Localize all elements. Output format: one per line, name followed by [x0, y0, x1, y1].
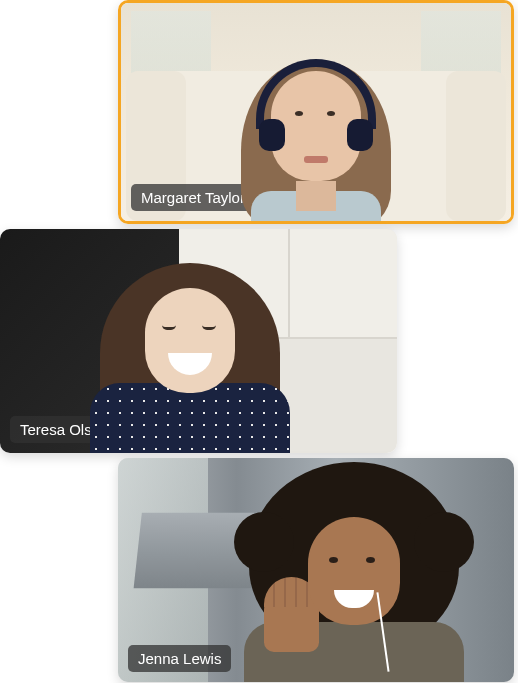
video-feed: Jenna Lewis [118, 458, 514, 682]
video-tile-margaret[interactable]: Margaret Taylor [118, 0, 514, 224]
video-tile-teresa[interactable]: Teresa Olson [0, 229, 397, 453]
video-feed: Margaret Taylor [121, 3, 511, 221]
participant-name-badge: Margaret Taylor [131, 184, 255, 211]
video-tile-jenna[interactable]: Jenna Lewis [118, 458, 514, 682]
video-feed: Teresa Olson [0, 229, 397, 453]
participant-name-badge: Jenna Lewis [128, 645, 231, 672]
